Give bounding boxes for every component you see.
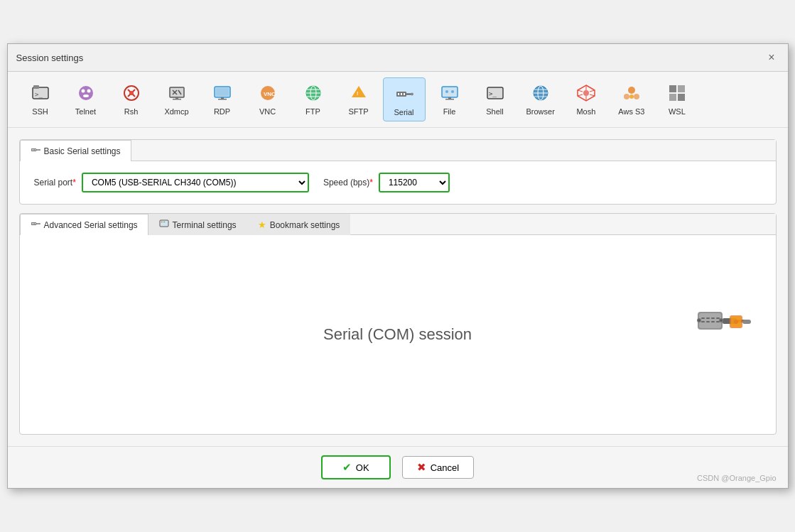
svg-rect-89: [706, 317, 710, 319]
svg-point-62: [624, 94, 629, 99]
ok-check-icon: ✔: [342, 461, 352, 474]
telnet-label: Telnet: [75, 107, 96, 116]
aws-icon: [620, 82, 643, 104]
svg-point-6: [87, 89, 90, 93]
rsh-label: Rsh: [124, 107, 139, 116]
rsh-icon: [120, 82, 143, 104]
advanced-panel: Advanced Serial settings Terminal settin…: [19, 213, 777, 435]
protocol-vnc[interactable]: VNC VNC: [247, 77, 289, 121]
advanced-serial-tab-icon: [31, 219, 40, 231]
basic-serial-panel: Basic Serial settings Serial port* COM5 …: [19, 139, 777, 205]
protocol-xdmcp[interactable]: Xdmcp: [156, 77, 198, 121]
browser-icon: [529, 82, 552, 104]
serial-port-group: Serial port* COM5 (USB-SERIAL CH340 (COM…: [34, 173, 309, 192]
svg-point-64: [629, 94, 634, 99]
svg-rect-67: [669, 94, 676, 101]
basic-panel-tab-bar: Basic Serial settings: [20, 140, 776, 161]
protocol-ftp[interactable]: FTP: [292, 77, 335, 121]
svg-rect-88: [701, 317, 705, 319]
protocol-file[interactable]: File: [428, 77, 471, 121]
mosh-icon: [575, 82, 597, 104]
svg-rect-34: [401, 93, 402, 95]
vnc-label: VNC: [259, 107, 276, 116]
svg-point-84: [162, 222, 163, 223]
terminal-settings-tab[interactable]: Terminal settings: [148, 214, 247, 235]
protocol-telnet[interactable]: Telnet: [65, 77, 107, 121]
serial-port-select[interactable]: COM5 (USB-SERIAL CH340 (COM5)): [82, 173, 309, 192]
svg-point-4: [79, 86, 93, 100]
svg-rect-91: [716, 317, 720, 319]
svg-rect-65: [669, 85, 676, 92]
serial-port-label: Serial port*: [34, 178, 76, 188]
bottom-bar: ✔ OK ✖ Cancel CSDN @Orange_Gpio: [8, 446, 788, 488]
svg-point-83: [161, 222, 162, 223]
svg-line-57: [590, 94, 595, 96]
basic-serial-tab-icon: [31, 145, 40, 157]
svg-rect-38: [442, 87, 458, 97]
svg-point-99: [698, 320, 700, 322]
svg-rect-19: [216, 88, 229, 96]
speed-required: *: [369, 178, 373, 188]
svg-text:!: !: [357, 91, 358, 96]
close-button[interactable]: ×: [764, 50, 779, 65]
svg-point-61: [628, 87, 635, 94]
svg-point-42: [445, 90, 448, 93]
svg-point-104: [734, 320, 738, 324]
svg-text:>_: >_: [489, 90, 497, 97]
vnc-icon: VNC: [256, 82, 279, 104]
sftp-label: SFTP: [348, 107, 368, 116]
svg-point-43: [451, 90, 454, 93]
protocol-ssh[interactable]: >_ SSH: [19, 77, 62, 121]
shell-label: Shell: [486, 107, 503, 116]
svg-rect-92: [701, 321, 705, 322]
svg-rect-95: [716, 321, 720, 322]
protocol-rsh[interactable]: Rsh: [110, 77, 153, 121]
protocol-bar: >_ SSH Telnet: [8, 72, 788, 128]
protocol-shell[interactable]: >_ Shell: [474, 77, 517, 121]
advanced-serial-tab[interactable]: Advanced Serial settings: [20, 214, 148, 235]
advanced-tabs-bar: Advanced Serial settings Terminal settin…: [20, 214, 776, 235]
protocol-serial[interactable]: Serial: [383, 77, 426, 121]
svg-rect-66: [678, 85, 685, 92]
title-bar: Session settings ×: [8, 44, 788, 72]
ok-label: OK: [356, 462, 369, 473]
protocol-sftp[interactable]: ! SFTP: [337, 77, 380, 121]
svg-rect-68: [678, 94, 685, 101]
serial-port-required: *: [72, 178, 76, 188]
svg-point-85: [163, 222, 165, 223]
protocol-wsl[interactable]: WSL: [656, 77, 698, 121]
advanced-serial-tab-label: Advanced Serial settings: [44, 220, 138, 230]
basic-panel-content: Serial port* COM5 (USB-SERIAL CH340 (COM…: [20, 161, 776, 204]
terminal-tab-label: Terminal settings: [173, 220, 237, 230]
protocol-aws[interactable]: Aws S3: [610, 77, 653, 121]
advanced-content: Serial (COM) session: [20, 235, 776, 434]
telnet-icon: [75, 82, 97, 104]
svg-rect-41: [445, 99, 454, 100]
bookmark-tab-label: Bookmark settings: [270, 220, 340, 230]
protocol-browser[interactable]: Browser: [519, 77, 562, 121]
svg-rect-105: [742, 320, 751, 324]
protocol-rdp[interactable]: RDP: [201, 77, 244, 121]
svg-rect-90: [711, 317, 715, 319]
svg-rect-87: [699, 313, 721, 328]
dialog-title: Session settings: [16, 53, 84, 63]
svg-marker-30: [352, 86, 366, 97]
mosh-label: Mosh: [576, 107, 595, 116]
ssh-icon: >_: [29, 82, 52, 104]
cancel-x-icon: ✖: [417, 461, 426, 474]
svg-rect-35: [404, 93, 405, 95]
svg-point-74: [39, 149, 40, 151]
svg-rect-93: [706, 321, 710, 322]
svg-line-60: [578, 90, 583, 92]
bookmark-settings-tab[interactable]: ★ Bookmark settings: [247, 214, 351, 235]
basic-serial-tab[interactable]: Basic Serial settings: [20, 140, 131, 161]
shell-icon: >_: [484, 82, 507, 104]
ok-button[interactable]: ✔ OK: [321, 455, 391, 479]
rdp-label: RDP: [214, 107, 230, 116]
cancel-button[interactable]: ✖ Cancel: [402, 456, 474, 479]
rdp-icon: [211, 82, 234, 104]
protocol-mosh[interactable]: Mosh: [565, 77, 607, 121]
svg-text:>_: >_: [35, 91, 43, 98]
svg-point-5: [81, 89, 85, 93]
speed-select[interactable]: 115200: [379, 173, 450, 192]
